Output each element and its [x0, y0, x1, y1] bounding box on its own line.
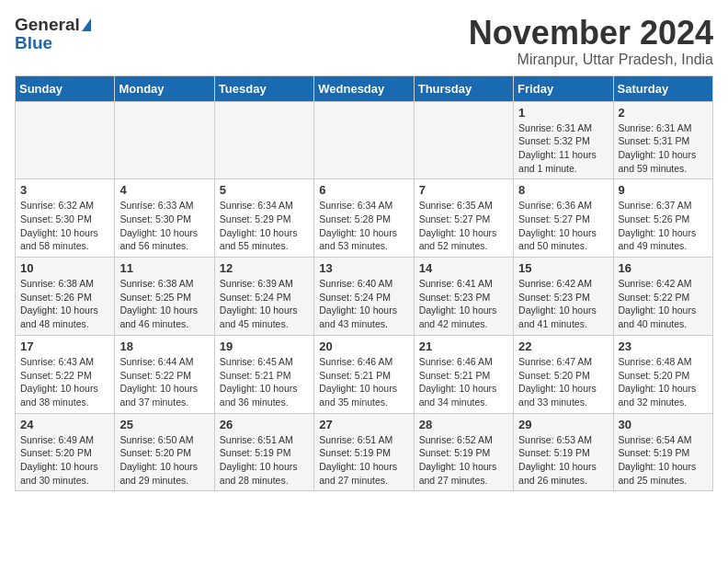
calendar-cell: 27Sunrise: 6:51 AMSunset: 5:19 PMDayligh…	[314, 413, 414, 491]
calendar-cell: 16Sunrise: 6:42 AMSunset: 5:22 PMDayligh…	[613, 258, 712, 336]
day-content: Sunrise: 6:53 AMSunset: 5:19 PMDaylight:…	[518, 433, 608, 488]
calendar-cell: 26Sunrise: 6:51 AMSunset: 5:19 PMDayligh…	[214, 413, 313, 491]
title-block: November 2024 Miranpur, Uttar Pradesh, I…	[469, 15, 713, 68]
day-content: Sunrise: 6:46 AMSunset: 5:21 PMDaylight:…	[419, 355, 508, 409]
day-content: Sunrise: 6:44 AMSunset: 5:22 PMDaylight:…	[119, 355, 209, 409]
calendar-cell	[16, 101, 115, 179]
day-content: Sunrise: 6:40 AMSunset: 5:24 PMDaylight:…	[319, 277, 408, 331]
day-number: 25	[119, 418, 209, 431]
day-number: 29	[518, 418, 608, 431]
calendar-cell	[414, 101, 513, 179]
calendar-week-1: 1Sunrise: 6:31 AMSunset: 5:32 PMDaylight…	[16, 101, 713, 179]
day-content: Sunrise: 6:42 AMSunset: 5:23 PMDaylight:…	[518, 277, 608, 331]
day-content: Sunrise: 6:32 AMSunset: 5:30 PMDaylight:…	[20, 199, 109, 253]
calendar-week-5: 24Sunrise: 6:49 AMSunset: 5:20 PMDayligh…	[16, 413, 713, 491]
calendar-cell: 15Sunrise: 6:42 AMSunset: 5:23 PMDayligh…	[514, 258, 613, 336]
calendar-cell: 9Sunrise: 6:37 AMSunset: 5:26 PMDaylight…	[613, 179, 712, 258]
day-content: Sunrise: 6:35 AMSunset: 5:27 PMDaylight:…	[419, 199, 508, 253]
calendar-cell	[115, 101, 214, 179]
logo-arrow-icon	[82, 18, 91, 31]
day-number: 12	[220, 261, 309, 275]
calendar-cell: 22Sunrise: 6:47 AMSunset: 5:20 PMDayligh…	[514, 335, 613, 413]
day-content: Sunrise: 6:52 AMSunset: 5:19 PMDaylight:…	[419, 433, 508, 488]
calendar-cell: 29Sunrise: 6:53 AMSunset: 5:19 PMDayligh…	[514, 413, 613, 491]
day-number: 27	[319, 418, 408, 431]
day-number: 14	[419, 261, 508, 275]
calendar-header: SundayMondayTuesdayWednesdayThursdayFrid…	[16, 75, 713, 101]
calendar-table: SundayMondayTuesdayWednesdayThursdayFrid…	[15, 75, 713, 492]
day-number: 28	[419, 418, 508, 431]
day-content: Sunrise: 6:46 AMSunset: 5:21 PMDaylight:…	[319, 355, 408, 409]
calendar-cell: 25Sunrise: 6:50 AMSunset: 5:20 PMDayligh…	[115, 413, 214, 491]
col-header-friday: Friday	[514, 75, 613, 101]
calendar-cell: 13Sunrise: 6:40 AMSunset: 5:24 PMDayligh…	[314, 258, 414, 336]
calendar-cell: 20Sunrise: 6:46 AMSunset: 5:21 PMDayligh…	[314, 335, 414, 413]
col-header-sunday: Sunday	[16, 75, 115, 101]
calendar-cell: 1Sunrise: 6:31 AMSunset: 5:32 PMDaylight…	[514, 101, 613, 179]
day-content: Sunrise: 6:51 AMSunset: 5:19 PMDaylight:…	[220, 433, 309, 488]
calendar-cell: 28Sunrise: 6:52 AMSunset: 5:19 PMDayligh…	[414, 413, 513, 491]
calendar-cell: 6Sunrise: 6:34 AMSunset: 5:28 PMDaylight…	[314, 179, 414, 258]
day-number: 24	[20, 418, 109, 431]
logo-blue: Blue	[15, 33, 52, 53]
calendar-cell: 11Sunrise: 6:38 AMSunset: 5:25 PMDayligh…	[115, 258, 214, 336]
day-content: Sunrise: 6:45 AMSunset: 5:21 PMDaylight:…	[220, 355, 309, 409]
day-number: 16	[619, 261, 708, 275]
col-header-tuesday: Tuesday	[214, 75, 313, 101]
day-content: Sunrise: 6:54 AMSunset: 5:19 PMDaylight:…	[619, 433, 708, 488]
day-number: 23	[619, 339, 708, 353]
calendar-cell: 7Sunrise: 6:35 AMSunset: 5:27 PMDaylight…	[414, 179, 513, 258]
calendar-cell	[214, 101, 313, 179]
calendar-cell	[314, 101, 414, 179]
day-content: Sunrise: 6:34 AMSunset: 5:29 PMDaylight:…	[220, 199, 309, 253]
day-number: 17	[20, 339, 109, 353]
day-content: Sunrise: 6:39 AMSunset: 5:24 PMDaylight:…	[220, 277, 309, 331]
calendar-cell: 10Sunrise: 6:38 AMSunset: 5:26 PMDayligh…	[16, 258, 115, 336]
day-content: Sunrise: 6:38 AMSunset: 5:26 PMDaylight:…	[20, 277, 109, 331]
day-number: 2	[619, 106, 708, 120]
day-number: 19	[220, 339, 309, 353]
calendar-cell: 24Sunrise: 6:49 AMSunset: 5:20 PMDayligh…	[16, 413, 115, 491]
day-content: Sunrise: 6:51 AMSunset: 5:19 PMDaylight:…	[319, 433, 408, 488]
calendar-week-3: 10Sunrise: 6:38 AMSunset: 5:26 PMDayligh…	[16, 258, 713, 336]
day-number: 4	[119, 183, 209, 197]
logo: General Blue	[15, 15, 91, 53]
day-number: 30	[619, 418, 708, 431]
day-number: 6	[319, 183, 408, 197]
col-header-wednesday: Wednesday	[314, 75, 414, 101]
day-number: 7	[419, 183, 508, 197]
day-content: Sunrise: 6:38 AMSunset: 5:25 PMDaylight:…	[119, 277, 209, 331]
calendar-cell: 12Sunrise: 6:39 AMSunset: 5:24 PMDayligh…	[214, 258, 313, 336]
day-number: 1	[518, 106, 608, 120]
calendar-week-4: 17Sunrise: 6:43 AMSunset: 5:22 PMDayligh…	[16, 335, 713, 413]
day-content: Sunrise: 6:41 AMSunset: 5:23 PMDaylight:…	[419, 277, 508, 331]
day-number: 13	[319, 261, 408, 275]
col-header-thursday: Thursday	[414, 75, 513, 101]
calendar-cell: 30Sunrise: 6:54 AMSunset: 5:19 PMDayligh…	[613, 413, 712, 491]
day-number: 5	[220, 183, 309, 197]
calendar-cell: 2Sunrise: 6:31 AMSunset: 5:31 PMDaylight…	[613, 101, 712, 179]
day-number: 15	[518, 261, 608, 275]
day-content: Sunrise: 6:31 AMSunset: 5:32 PMDaylight:…	[518, 121, 608, 176]
calendar-cell: 21Sunrise: 6:46 AMSunset: 5:21 PMDayligh…	[414, 335, 513, 413]
col-header-monday: Monday	[115, 75, 214, 101]
calendar-cell: 14Sunrise: 6:41 AMSunset: 5:23 PMDayligh…	[414, 258, 513, 336]
calendar-cell: 8Sunrise: 6:36 AMSunset: 5:27 PMDaylight…	[514, 179, 613, 258]
calendar-cell: 18Sunrise: 6:44 AMSunset: 5:22 PMDayligh…	[115, 335, 214, 413]
day-number: 11	[119, 261, 209, 275]
header-row: SundayMondayTuesdayWednesdayThursdayFrid…	[16, 75, 713, 101]
calendar-body: 1Sunrise: 6:31 AMSunset: 5:32 PMDaylight…	[16, 101, 713, 491]
day-number: 18	[119, 339, 209, 353]
day-content: Sunrise: 6:50 AMSunset: 5:20 PMDaylight:…	[119, 433, 209, 488]
logo-general: General	[15, 15, 80, 35]
day-number: 10	[20, 261, 109, 275]
page-title: November 2024	[469, 15, 713, 52]
page-header: General Blue November 2024 Miranpur, Utt…	[15, 15, 713, 68]
day-content: Sunrise: 6:49 AMSunset: 5:20 PMDaylight:…	[20, 433, 109, 488]
calendar-cell: 5Sunrise: 6:34 AMSunset: 5:29 PMDaylight…	[214, 179, 313, 258]
calendar-cell: 23Sunrise: 6:48 AMSunset: 5:20 PMDayligh…	[613, 335, 712, 413]
calendar-week-2: 3Sunrise: 6:32 AMSunset: 5:30 PMDaylight…	[16, 179, 713, 258]
day-number: 21	[419, 339, 508, 353]
day-number: 9	[619, 183, 708, 197]
day-content: Sunrise: 6:33 AMSunset: 5:30 PMDaylight:…	[119, 199, 209, 253]
